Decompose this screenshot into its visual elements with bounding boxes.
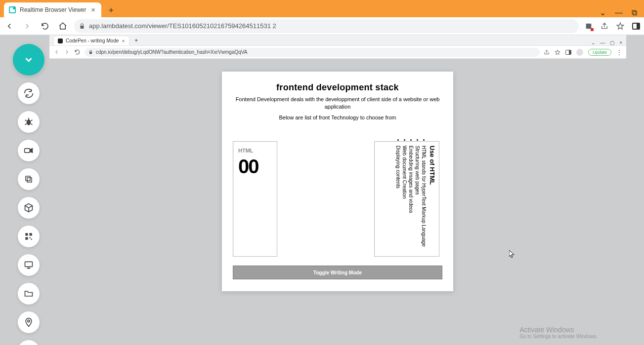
menu-dots-icon[interactable]: ⋮ — [616, 49, 622, 56]
right-box-heading: Use of HTML — [429, 146, 436, 249]
devtools-icon[interactable] — [18, 226, 40, 247]
remote-page-content: frontend development stack Fontend Devel… — [49, 59, 626, 345]
windows-watermark: Activate Windows Go to Settings to activ… — [519, 326, 598, 339]
host-window-controls: ⌄ — ⧉ — [600, 8, 640, 17]
folder-icon[interactable] — [18, 283, 40, 305]
star-icon[interactable] — [555, 49, 560, 55]
lambdatest-sidebar — [13, 44, 44, 345]
svg-rect-10 — [25, 262, 33, 267]
avatar[interactable] — [576, 49, 583, 56]
chevron-down-icon[interactable]: ⌄ — [600, 8, 606, 17]
demo-card: frontend development stack Fontend Devel… — [222, 72, 453, 291]
close-icon[interactable]: × — [90, 6, 96, 14]
svg-rect-2 — [25, 149, 30, 153]
star-icon[interactable] — [616, 22, 624, 30]
remote-toolbar: cdpn.io/pen/debug/yLqdONW?authentication… — [49, 46, 626, 59]
host-titlebar: Realtime Browser Viewer × + ⌄ — ⧉ — [0, 0, 644, 17]
svg-rect-9 — [31, 239, 32, 240]
new-tab-button[interactable]: + — [104, 3, 118, 17]
tech-label: HTML — [238, 148, 272, 153]
copy-icon[interactable] — [18, 168, 40, 190]
host-address-bar[interactable]: app.lambdatest.com/viewer/TES10160521021… — [74, 19, 579, 33]
list-item: Web document Creation — [402, 146, 407, 252]
close-icon[interactable]: × — [122, 38, 125, 44]
share-icon[interactable] — [601, 22, 608, 30]
svg-rect-5 — [25, 233, 28, 235]
lock-icon — [88, 50, 93, 54]
back-button[interactable] — [53, 49, 60, 55]
svg-rect-8 — [30, 237, 31, 238]
svg-point-1 — [27, 119, 31, 125]
bug-icon[interactable] — [18, 111, 40, 133]
close-icon[interactable]: × — [619, 40, 622, 45]
display-icon[interactable] — [18, 254, 40, 276]
watermark-line2: Go to Settings to activate Windows. — [519, 334, 598, 339]
codepen-favicon — [58, 38, 63, 43]
cursor-icon — [509, 250, 515, 258]
remote-new-tab-button[interactable]: + — [131, 36, 141, 45]
lambdatest-favicon — [9, 6, 16, 13]
home-button[interactable] — [57, 21, 68, 32]
side-panel-icon[interactable] — [632, 23, 640, 30]
extension-icon[interactable] — [585, 22, 593, 30]
tech-box-right: Use of HTML HTML stands for HyperText Ma… — [374, 141, 439, 257]
remote-tabs-row: CodePen - writing Mode × + ⌄ — ▢ × — [49, 35, 626, 46]
switch-icon[interactable] — [18, 82, 40, 104]
svg-rect-6 — [30, 233, 32, 235]
tech-box-left: HTML 00 — [233, 141, 277, 257]
watermark-line1: Activate Windows — [519, 326, 598, 334]
remote-tab-title: CodePen - writing Mode — [66, 38, 119, 43]
list-item: HTML stands for HyperText Markup Languag… — [421, 146, 427, 252]
svg-point-11 — [28, 320, 30, 322]
svg-rect-0 — [586, 23, 592, 29]
minimize-icon[interactable]: — — [615, 8, 623, 17]
minimize-icon[interactable]: — — [600, 40, 605, 45]
remote-browser: CodePen - writing Mode × + ⌄ — ▢ × cdpn.… — [49, 35, 626, 345]
side-panel-icon[interactable] — [565, 50, 571, 55]
toggle-writing-mode-button[interactable]: Toggle Writing Mode — [233, 266, 442, 279]
share-icon[interactable] — [544, 49, 550, 55]
maximize-icon[interactable]: ⧉ — [632, 8, 637, 17]
upload-icon[interactable] — [18, 340, 40, 345]
tech-number: 00 — [238, 155, 272, 178]
remote-url: cdpn.io/pen/debug/yLqdONW?authentication… — [96, 49, 247, 55]
page-subtitle-2: Below are list of front Technology to ch… — [233, 114, 442, 121]
forward-button[interactable] — [64, 49, 70, 55]
page-heading: frontend development stack — [233, 82, 442, 93]
svg-rect-7 — [25, 237, 28, 240]
video-record-icon[interactable] — [18, 140, 40, 161]
sidebar-toggle-button[interactable] — [13, 44, 44, 76]
forward-button[interactable] — [22, 21, 33, 32]
remote-address-bar[interactable]: cdpn.io/pen/debug/yLqdONW?authentication… — [85, 48, 540, 57]
host-toolbar: app.lambdatest.com/viewer/TES10160521021… — [0, 17, 644, 35]
right-box-list: HTML stands for HyperText Markup Languag… — [395, 146, 429, 252]
reload-button[interactable] — [74, 49, 81, 55]
remote-tab-active[interactable]: CodePen - writing Mode × — [53, 36, 129, 45]
svg-rect-3 — [27, 178, 32, 182]
list-item: Displaying contents — [395, 146, 401, 252]
location-pin-icon[interactable] — [18, 311, 40, 333]
package-icon[interactable] — [18, 197, 40, 219]
page-subtitle-1: Fontend Development deals with the devel… — [233, 96, 442, 111]
host-tab-active[interactable]: Realtime Browser Viewer × — [4, 2, 101, 17]
viewer-area: CodePen - writing Mode × + ⌄ — ▢ × cdpn.… — [0, 35, 644, 345]
lock-icon — [79, 23, 85, 29]
list-item: Embedding images and videos — [408, 146, 414, 252]
maximize-icon[interactable]: ▢ — [610, 40, 614, 45]
update-button[interactable]: Update — [588, 49, 611, 56]
host-tab-title: Realtime Browser Viewer — [20, 6, 86, 13]
host-url: app.lambdatest.com/viewer/TES10160521021… — [89, 22, 276, 30]
chevron-down-icon[interactable]: ⌄ — [591, 40, 595, 45]
reload-button[interactable] — [40, 21, 50, 32]
back-button[interactable] — [4, 21, 15, 32]
list-item: Structuring web pages — [415, 146, 420, 252]
svg-rect-4 — [26, 176, 30, 181]
